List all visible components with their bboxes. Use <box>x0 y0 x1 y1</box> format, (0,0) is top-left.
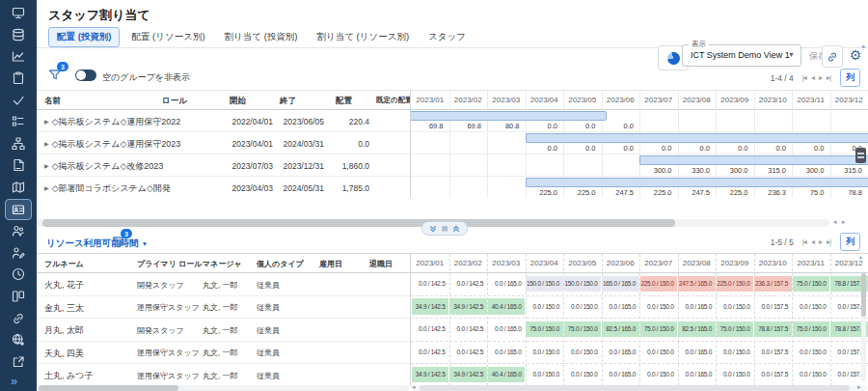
availability-value[interactable]: 0.0 / 157.5 <box>831 349 865 355</box>
gantt-row[interactable]: 69.869.880.80.00.00.0 <box>411 109 868 132</box>
availability-value[interactable]: 82.5 / 165.0 <box>603 325 637 332</box>
availability-value[interactable]: 247.5 / 165.0 <box>679 280 713 287</box>
settings-button[interactable]: ⚙ ✦ <box>845 43 866 66</box>
presentation-icon[interactable] <box>12 6 25 19</box>
columns-button[interactable]: 列 <box>840 233 860 251</box>
month-allocation-value[interactable]: 0.0 <box>604 144 635 153</box>
gantt-row[interactable]: 0.00.00.00.00.00.00.00.00.0 <box>411 131 868 154</box>
sidebar-expand-icon[interactable]: » <box>11 374 17 388</box>
availability-value[interactable]: 236.3 / 157.5 <box>755 280 789 287</box>
month-allocation-value[interactable]: 0.0 <box>794 144 825 153</box>
availability-value[interactable]: 75.0 / 150.0 <box>717 325 750 332</box>
month-allocation-value[interactable]: 0.0 <box>718 144 748 153</box>
month-allocation-value[interactable]: 0.0 <box>565 122 596 130</box>
scroll-right-icon[interactable]: ▸ <box>842 218 846 226</box>
kanban-icon[interactable] <box>12 290 25 303</box>
clipboard-icon[interactable] <box>12 71 25 85</box>
resource-availability-dropdown[interactable]: リソース利用可能時間▼ <box>46 237 148 250</box>
allocation-bar[interactable] <box>526 133 868 143</box>
availability-value[interactable]: 0.0 / 165.0 <box>679 371 713 377</box>
availability-value[interactable]: 0.0 / 150.0 <box>793 303 827 310</box>
scroll-up-icon[interactable]: ▴ <box>859 253 862 260</box>
availability-value[interactable]: 75.0 / 150.0 <box>793 280 827 287</box>
globe-gear-icon[interactable] <box>12 333 25 347</box>
upper-filter-button[interactable]: 3 <box>44 67 66 84</box>
availability-value[interactable]: 150.0 / 150.0 <box>564 280 598 287</box>
availability-value[interactable]: 0.0 / 150.0 <box>564 303 598 310</box>
availability-value[interactable]: 0.0 / 150.0 <box>527 349 560 355</box>
availability-row[interactable]: 0.0 / 142.50.0 / 142.50.0 / 165.00.0 / 1… <box>411 341 868 365</box>
availability-value[interactable]: 40.4 / 165.0 <box>488 371 522 377</box>
tab-1[interactable]: 配置 (投資別) <box>48 27 120 47</box>
availability-value[interactable]: 0.0 / 150.0 <box>564 371 598 377</box>
availability-value[interactable]: 0.0 / 142.5 <box>412 349 446 355</box>
table-row[interactable]: ▶◇掲示板システム◇運用保守20222022/04/012023/06/0522… <box>37 109 410 132</box>
availability-value[interactable]: 0.0 / 150.0 <box>640 371 674 377</box>
lower-filter-button[interactable]: 3 <box>108 234 129 251</box>
availability-value[interactable]: 225.0 / 150.0 <box>640 280 674 287</box>
availability-value[interactable]: 82.5 / 165.0 <box>679 325 713 332</box>
table-row[interactable]: 土丸, みつ子運用保守スタッフ丸文, 一郎従業員 <box>37 363 410 386</box>
availability-value[interactable]: 150.0 / 150.0 <box>527 280 560 287</box>
availability-value[interactable]: 0.0 / 150.0 <box>640 303 674 310</box>
availability-value[interactable]: 0.0 / 165.0 <box>679 303 713 310</box>
table-row[interactable]: ▶◇掲示板システム◇運用保守20232023/04/012024/03/310.… <box>37 131 410 154</box>
availability-value[interactable]: 0.0 / 150.0 <box>717 303 750 310</box>
scroll-left-icon[interactable]: ◂ <box>833 218 837 226</box>
availability-value[interactable]: 0.0 / 157.5 <box>831 303 865 310</box>
scroll-right-icon[interactable]: ▸ <box>857 383 861 391</box>
team-icon[interactable] <box>12 224 25 237</box>
tab-2[interactable]: 配置 (リソース別) <box>123 28 212 46</box>
availability-value[interactable]: 0.0 / 142.5 <box>450 325 484 332</box>
task-list-icon[interactable] <box>12 115 25 128</box>
availability-value[interactable]: 0.0 / 150.0 <box>564 349 598 355</box>
last-page-button[interactable]: ▸| <box>827 237 830 246</box>
month-allocation-value[interactable]: 0.0 <box>680 144 711 153</box>
availability-value[interactable]: 78.8 / 157.5 <box>755 325 789 332</box>
database-icon[interactable] <box>12 28 25 42</box>
link-icon[interactable] <box>12 312 25 325</box>
map-icon[interactable] <box>12 181 25 194</box>
availability-value[interactable]: 0.0 / 150.0 <box>793 349 827 355</box>
month-allocation-value[interactable]: 0.0 <box>756 144 787 153</box>
availability-value[interactable]: 0.0 / 157.5 <box>755 303 789 310</box>
month-allocation-value[interactable]: 225.0 <box>528 188 558 197</box>
availability-value[interactable]: 34.9 / 142.5 <box>450 303 484 310</box>
availability-value[interactable]: 0.0 / 142.5 <box>450 280 484 287</box>
month-allocation-value[interactable]: 247.5 <box>680 188 711 197</box>
collapse-down-icon[interactable] <box>429 225 437 233</box>
availability-value[interactable]: 0.0 / 142.5 <box>450 349 484 355</box>
availability-value[interactable]: 0.0 / 165.0 <box>488 280 522 287</box>
month-allocation-value[interactable]: 80.8 <box>489 122 520 130</box>
availability-value[interactable]: 0.0 / 142.5 <box>412 325 446 332</box>
month-allocation-value[interactable]: 330.0 <box>680 166 711 175</box>
availability-value[interactable]: 75.0 / 150.0 <box>527 325 560 332</box>
columns-button[interactable]: 列 <box>840 69 860 87</box>
availability-value[interactable]: 34.9 / 142.5 <box>412 303 446 310</box>
month-allocation-value[interactable]: 315.0 <box>832 166 863 175</box>
month-allocation-value[interactable]: 0.0 <box>604 122 635 130</box>
month-allocation-value[interactable]: 69.8 <box>413 122 444 130</box>
month-allocation-value[interactable]: 236.3 <box>756 188 787 197</box>
allocation-bar[interactable] <box>639 155 868 165</box>
allocation-bar[interactable] <box>411 111 607 121</box>
table-row[interactable]: ▶◇掲示板システム◇改修20232023/07/032023/12/311,86… <box>37 154 410 177</box>
availability-value[interactable]: 75.0 / 150.0 <box>564 325 598 332</box>
collapse-up-icon[interactable] <box>452 225 460 233</box>
availability-row[interactable]: 0.0 / 142.50.0 / 142.50.0 / 165.0150.0 /… <box>411 272 868 296</box>
availability-value[interactable]: 78.8 / 157.5 <box>831 280 865 287</box>
check-icon[interactable] <box>12 94 25 107</box>
availability-value[interactable]: 225.0 / 150.0 <box>717 280 750 287</box>
table-row[interactable]: 金丸, 三太運用保守スタッフ丸文, 一郎従業員 <box>37 295 410 320</box>
availability-value[interactable]: 0.0 / 165.0 <box>679 349 713 355</box>
availability-value[interactable]: 78.8 / 157.5 <box>831 325 865 332</box>
staff-allocation-icon[interactable] <box>5 199 32 220</box>
availability-value[interactable]: 0.0 / 150.0 <box>717 349 750 355</box>
month-allocation-value[interactable]: 315.0 <box>756 166 787 175</box>
availability-value[interactable]: 0.0 / 165.0 <box>603 349 637 355</box>
availability-value[interactable]: 0.0 / 142.5 <box>412 280 446 287</box>
prev-page-button[interactable]: ◂ <box>811 73 814 82</box>
availability-value[interactable]: 0.0 / 165.0 <box>488 349 522 355</box>
month-allocation-value[interactable]: 0.0 <box>528 122 558 130</box>
expand-row-icon[interactable]: ▶ <box>44 185 49 191</box>
